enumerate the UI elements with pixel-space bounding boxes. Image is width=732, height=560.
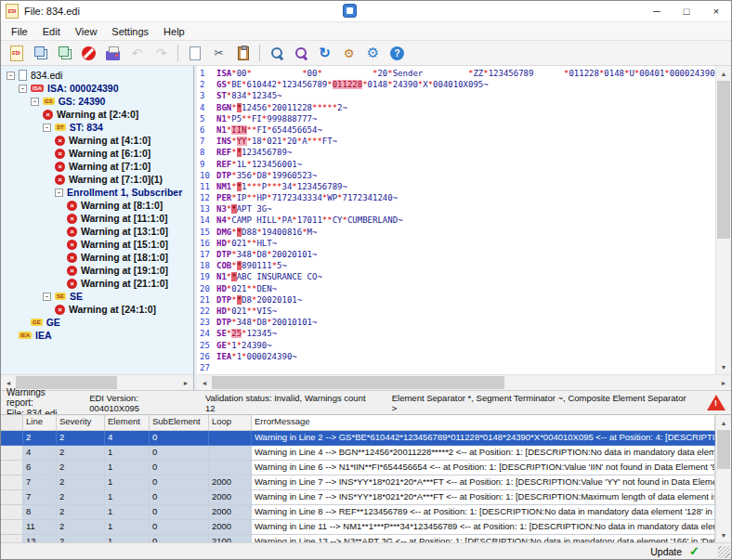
column-header-subelement[interactable]: SubElement bbox=[150, 415, 209, 431]
copy-file-button[interactable] bbox=[29, 42, 52, 64]
grid-vscroll-track[interactable] bbox=[716, 430, 731, 527]
editor-line-17[interactable]: 17DTP*348*D8*20020101~ bbox=[197, 249, 715, 260]
editor-vertical-scrollbar[interactable]: ▲ ▼ bbox=[715, 66, 731, 374]
editor-hscroll-thumb[interactable] bbox=[212, 376, 504, 389]
editor-line-2[interactable]: 2GS*BE*610442*123456789*011228*0148*2439… bbox=[197, 79, 715, 90]
warning-row-line-7[interactable]: 72102000Warning in Line 7 --> INS*YY*18*… bbox=[1, 475, 715, 490]
scroll-right-button[interactable]: ► bbox=[178, 375, 193, 390]
column-header-element[interactable]: Element bbox=[105, 415, 150, 431]
editor-line-15[interactable]: 15DMG**D88*19400816*M~ bbox=[197, 227, 715, 238]
editor-vscroll-track[interactable] bbox=[716, 81, 731, 359]
find-replace-button[interactable] bbox=[289, 42, 312, 64]
undo-button[interactable]: ↶ bbox=[125, 42, 149, 64]
menu-file[interactable]: File bbox=[4, 24, 35, 39]
editor-line-8[interactable]: 8REF**123456789~ bbox=[197, 147, 715, 158]
scroll-down-button[interactable]: ▼ bbox=[716, 359, 731, 374]
open-edi-file-button[interactable]: EDI bbox=[5, 42, 28, 64]
minimize-button[interactable]: ─ bbox=[642, 1, 672, 21]
tree-node-warning-at-2-4-0[interactable]: ×Warning at [2:4:0] bbox=[1, 108, 193, 121]
editor-line-26[interactable]: 26IEA*1*000024390~ bbox=[197, 351, 715, 362]
menu-edit[interactable]: Edit bbox=[35, 24, 68, 39]
expander-icon[interactable]: - bbox=[7, 72, 15, 80]
warning-row-line-6[interactable]: 6210Warning in Line 6 --> N1*IIN**FI*654… bbox=[1, 461, 715, 475]
tree-node-834-edi[interactable]: -834.edi bbox=[1, 69, 193, 82]
editor-line-20[interactable]: 20HD*021**DEN~ bbox=[197, 283, 715, 294]
scroll-down-button[interactable]: ▼ bbox=[716, 527, 731, 542]
menu-view[interactable]: View bbox=[68, 24, 105, 39]
close-button[interactable]: × bbox=[701, 1, 731, 21]
tree-hscroll-thumb[interactable] bbox=[16, 376, 117, 389]
editor-line-27[interactable]: 27 bbox=[197, 362, 715, 373]
resize-grip[interactable] bbox=[718, 546, 730, 558]
tree-node-warning-at-21-1-0[interactable]: ×Warning at [21:1:0] bbox=[1, 277, 193, 290]
editor-line-5[interactable]: 5N1*P5**FI*999888777~ bbox=[197, 113, 715, 124]
tree-node-warning-at-8-1-0[interactable]: ×Warning at [8:1:0] bbox=[1, 199, 193, 212]
print-button[interactable] bbox=[101, 42, 124, 64]
titlebar[interactable]: EDI File: 834.edi ─ □ × bbox=[1, 1, 731, 22]
column-header-line[interactable]: Line bbox=[23, 415, 57, 431]
column-header-loop[interactable]: Loop bbox=[209, 415, 252, 431]
settings-button[interactable]: ⚙ bbox=[361, 42, 385, 64]
expander-icon[interactable]: - bbox=[31, 98, 39, 106]
tree-node-ge[interactable]: GEGE bbox=[1, 316, 193, 329]
editor-hscroll-track[interactable] bbox=[212, 375, 716, 390]
tree-node-warning-at-13-1-0[interactable]: ×Warning at [13:1:0] bbox=[1, 225, 193, 238]
scroll-left-button[interactable]: ◄ bbox=[197, 375, 212, 390]
tree-node-warning-at-11-1-0[interactable]: ×Warning at [11:1:0] bbox=[1, 212, 193, 225]
tree-node-warning-at-18-1-0[interactable]: ×Warning at [18:1:0] bbox=[1, 251, 193, 264]
warning-row-line-13[interactable]: 132102100Warning in Line 13 --> N3**APT … bbox=[1, 535, 715, 542]
tree-node-st-834[interactable]: -STST: 834 bbox=[1, 121, 193, 134]
editor-line-10[interactable]: 10DTP*356*D8*19960523~ bbox=[197, 170, 715, 181]
stop-validation-button[interactable] bbox=[77, 42, 100, 64]
editor-line-3[interactable]: 3ST*834*12345~ bbox=[197, 90, 715, 101]
editor-vscroll-thumb[interactable] bbox=[717, 81, 730, 239]
expander-icon[interactable]: - bbox=[19, 85, 27, 93]
scroll-up-button[interactable]: ▲ bbox=[716, 66, 731, 81]
editor-line-13[interactable]: 13N3**APT 3G~ bbox=[197, 203, 715, 215]
column-header-severity[interactable]: Severity bbox=[57, 415, 105, 431]
editor-line-22[interactable]: 22HD*021**VIS~ bbox=[197, 306, 715, 317]
editor-line-14[interactable]: 14N4*CAMP HILL*PA*17011**CY*CUMBERLAND~ bbox=[197, 215, 715, 226]
tree-node-warning-at-24-1-0[interactable]: ×Warning at [24:1:0] bbox=[1, 303, 193, 316]
expander-icon[interactable]: - bbox=[43, 124, 51, 132]
editor-line-23[interactable]: 23DTP*348*D8*20010101~ bbox=[197, 317, 715, 328]
grid-vscroll-thumb[interactable] bbox=[717, 430, 730, 469]
tree-node-enrollment-1-subscriber[interactable]: -Enrollment 1, Subscriber bbox=[1, 186, 193, 199]
warning-row-line-11[interactable]: 112102000Warning in Line 11 --> NM1**1**… bbox=[1, 520, 715, 535]
menu-help[interactable]: Help bbox=[156, 24, 192, 39]
paste-button[interactable] bbox=[231, 42, 255, 64]
menu-settings[interactable]: Settings bbox=[104, 24, 156, 39]
tree-hscroll-track[interactable] bbox=[16, 375, 178, 390]
copy-segments-button[interactable] bbox=[53, 42, 76, 64]
scroll-up-button[interactable]: ▲ bbox=[716, 415, 731, 430]
editor-line-1[interactable]: 1ISA*00* *00* *20*Sender *ZZ*123456789 *… bbox=[197, 68, 715, 79]
find-button[interactable] bbox=[265, 42, 288, 64]
editor-line-25[interactable]: 25GE*1*24390~ bbox=[197, 340, 715, 351]
column-header-errormessage[interactable]: ErrorMessage bbox=[252, 415, 715, 431]
redo-button[interactable]: ↷ bbox=[150, 42, 173, 64]
editor-horizontal-scrollbar[interactable]: ◄ ► bbox=[197, 374, 731, 390]
help-button[interactable]: ? bbox=[386, 42, 409, 64]
editor-line-16[interactable]: 16HD*021**HLT~ bbox=[197, 238, 715, 249]
tree-node-warning-at-4-1-0[interactable]: ×Warning at [4:1:0] bbox=[1, 134, 193, 147]
tree-node-iea[interactable]: IEAIEA bbox=[1, 329, 193, 342]
scroll-right-button[interactable]: ► bbox=[716, 375, 731, 390]
tree-node-warning-at-15-1-0[interactable]: ×Warning at [15:1:0] bbox=[1, 238, 193, 251]
tree-node-warning-at-7-1-0-1[interactable]: ×Warning at [7:1:0](1) bbox=[1, 173, 193, 186]
tree-node-gs-24390[interactable]: -GSGS: 24390 bbox=[1, 95, 193, 108]
warning-row-line-8[interactable]: 82102000Warning in Line 8 --> REF**12345… bbox=[1, 505, 715, 520]
tree-node-warning-at-6-1-0[interactable]: ×Warning at [6:1:0] bbox=[1, 147, 193, 160]
editor-line-9[interactable]: 9REF*1L*123456001~ bbox=[197, 159, 715, 170]
warning-row-line-7[interactable]: 72102000Warning in Line 7 --> INS*YY*18*… bbox=[1, 490, 715, 505]
warning-row-line-4[interactable]: 4210Warning in Line 4 --> BGN**12456*200… bbox=[1, 446, 715, 461]
edi-text-editor[interactable]: 1ISA*00* *00* *20*Sender *ZZ*123456789 *… bbox=[197, 66, 715, 374]
tree-node-warning-at-7-1-0[interactable]: ×Warning at [7:1:0] bbox=[1, 160, 193, 173]
tree-horizontal-scrollbar[interactable]: ◄ ► bbox=[1, 374, 193, 390]
editor-line-6[interactable]: 6N1*IIN**FI*654456654~ bbox=[197, 124, 715, 136]
grid-vertical-scrollbar[interactable]: ▲ ▼ bbox=[715, 415, 731, 542]
maximize-button[interactable]: □ bbox=[672, 1, 701, 21]
validation-settings-button[interactable]: ⚙ bbox=[337, 42, 360, 64]
warning-row-line-2[interactable]: 2240Warning in Line 2 --> GS*BE*610442*1… bbox=[1, 431, 715, 446]
tree-node-warning-at-19-1-0[interactable]: ×Warning at [19:1:0] bbox=[1, 264, 193, 277]
editor-line-24[interactable]: 24SE*25*12345~ bbox=[197, 328, 715, 339]
